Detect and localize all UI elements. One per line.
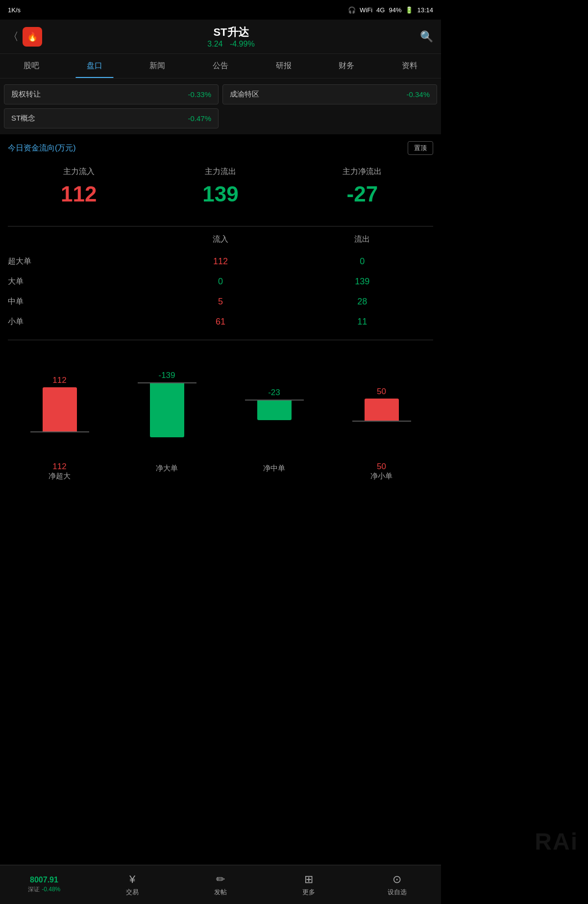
- bottom-more[interactable]: ⊞ 更多: [265, 873, 353, 897]
- index-change: -0.48%: [42, 886, 60, 893]
- tags-section: 股权转让 -0.33% 成渝特区 -0.34% ST概念 -0.47%: [0, 78, 441, 134]
- status-wifi: WiFi: [360, 6, 372, 14]
- bar-label-2: 净大单: [115, 462, 219, 481]
- tag-st[interactable]: ST概念 -0.47%: [4, 108, 219, 128]
- detail-col3-label: 流出: [292, 234, 433, 245]
- section-title: 今日资金流向(万元): [8, 143, 76, 153]
- bottom-trade[interactable]: ¥ 交易: [88, 873, 176, 897]
- more-icon: ⊞: [304, 873, 313, 886]
- back-arrow: 〈: [8, 29, 19, 44]
- fund-flow-values: 112 139 -27: [8, 182, 433, 206]
- bar-num-4: 50: [330, 462, 433, 472]
- stock-name: ST升达: [42, 25, 420, 40]
- tab-info[interactable]: 资料: [378, 54, 441, 78]
- tab-news[interactable]: 新闻: [126, 54, 189, 78]
- row2-out: 139: [292, 276, 433, 287]
- tag-chengyu-label: 成渝特区: [230, 90, 259, 99]
- table-row: 大单 0 139: [8, 272, 433, 292]
- status-bar: 1K/s 🎧 WiFi 4G 94% 🔋 13:14: [0, 0, 441, 20]
- col2-label: 主力流出: [149, 167, 291, 177]
- fund-flow-labels: 主力流入 主力流出 主力净流出: [8, 167, 433, 177]
- bottom-post[interactable]: ✏ 发帖: [176, 873, 265, 897]
- fund-flow-main: 主力流入 主力流出 主力净流出 112 139 -27: [0, 162, 441, 226]
- stock-price: 3.24: [207, 40, 222, 48]
- col1-label: 主力流入: [8, 167, 149, 177]
- row2-in: 0: [149, 276, 291, 287]
- bar-2-down: [150, 383, 184, 437]
- tag-equity-value: -0.33%: [188, 90, 211, 99]
- index-display: 8007.91 深证 -0.48%: [28, 876, 60, 894]
- post-icon: ✏: [216, 873, 225, 886]
- tag-equity-transfer[interactable]: 股权转让 -0.33%: [4, 84, 219, 104]
- row3-label: 中单: [8, 297, 149, 307]
- bar-val-2: -139: [158, 371, 175, 380]
- bar-labels: 112 净超大 净大单 净中单 50 净小单: [8, 462, 433, 481]
- status-battery-icon: 🔋: [405, 6, 413, 14]
- bar-col-4: 50: [330, 350, 433, 458]
- fund-flow-header: 今日资金流向(万元) 置顶: [0, 134, 441, 162]
- status-headphone: 🎧: [348, 6, 356, 14]
- bar-val-3: -23: [268, 388, 280, 398]
- bar-name-1: 净超大: [8, 472, 111, 481]
- tag-chengyu[interactable]: 成渝特区 -0.34%: [222, 84, 437, 104]
- bottom-index: 8007.91 深证 -0.48%: [0, 876, 88, 894]
- tab-pankou[interactable]: 盘口: [63, 54, 126, 78]
- fund-outflow-value: 139: [149, 182, 291, 206]
- spacer: [0, 486, 441, 535]
- table-row: 中单 5 28: [8, 292, 433, 312]
- tab-finance[interactable]: 财务: [315, 54, 378, 78]
- logo-icon: 🔥: [27, 31, 38, 42]
- bar-baseline-4: [352, 421, 411, 422]
- table-row: 超大单 112 0: [8, 251, 433, 272]
- fund-detail-header: 流入 流出: [8, 234, 433, 245]
- row4-in: 61: [149, 317, 291, 327]
- search-button[interactable]: 🔍: [420, 30, 433, 43]
- tag-st-label: ST概念: [11, 114, 35, 123]
- trade-icon: ¥: [129, 873, 135, 886]
- bottom-watchlist[interactable]: ⊙ 设自选: [353, 873, 441, 897]
- tab-guba[interactable]: 股吧: [0, 54, 63, 78]
- row3-out: 28: [292, 297, 433, 307]
- bar-val-4: 50: [377, 387, 386, 397]
- status-speed: 1K/s: [8, 6, 21, 14]
- tag-st-value: -0.47%: [188, 114, 211, 123]
- detail-col2-label: 流入: [149, 234, 291, 245]
- table-row: 小单 61 11: [8, 312, 433, 332]
- tag-equity-label: 股权转让: [11, 90, 41, 99]
- row1-in: 112: [149, 256, 291, 267]
- index-name: 深证: [28, 886, 40, 893]
- pin-top-button[interactable]: 置顶: [408, 141, 433, 155]
- tab-announcement[interactable]: 公告: [189, 54, 252, 78]
- row2-label: 大单: [8, 276, 149, 287]
- header: 〈 🔥 ST升达 3.24 -4.99% 🔍: [0, 20, 441, 54]
- col3-label: 主力净流出: [292, 167, 433, 177]
- tab-research[interactable]: 研报: [252, 54, 315, 78]
- index-value: 8007.91: [28, 876, 60, 884]
- row1-out: 0: [292, 256, 433, 267]
- row3-in: 5: [149, 297, 291, 307]
- header-title: ST升达 3.24 -4.99%: [42, 25, 420, 49]
- fund-net-value: -27: [292, 182, 433, 206]
- status-4g: 4G: [376, 6, 385, 14]
- trade-label: 交易: [126, 888, 139, 897]
- tag-chengyu-value: -0.34%: [406, 90, 430, 99]
- bar-baseline-1: [30, 431, 89, 432]
- bar-col-2: -139: [115, 350, 219, 458]
- row4-out: 11: [292, 317, 433, 327]
- bar-name-4: 净小单: [330, 472, 433, 481]
- status-time: 13:14: [417, 6, 433, 14]
- bar-label-3: 净中单: [222, 462, 326, 481]
- row1-label: 超大单: [8, 256, 149, 267]
- app-logo: 🔥: [23, 27, 42, 47]
- bar-name-2: 净大单: [115, 464, 219, 473]
- stock-change: -4.99%: [230, 40, 255, 48]
- watchlist-label: 设自选: [388, 888, 407, 897]
- bar-label-1: 112 净超大: [8, 462, 111, 481]
- nav-tabs: 股吧 盘口 新闻 公告 研报 财务 资料: [0, 54, 441, 78]
- post-label: 发帖: [214, 888, 227, 897]
- bar-name-3: 净中单: [222, 464, 326, 473]
- back-button[interactable]: 〈 🔥: [8, 27, 42, 47]
- watchlist-icon: ⊙: [392, 873, 401, 886]
- bar-chart-container: 112 -139 -23 50: [8, 350, 433, 458]
- bar-chart-section: 112 -139 -23 50 112 净超大 净大单: [0, 340, 441, 486]
